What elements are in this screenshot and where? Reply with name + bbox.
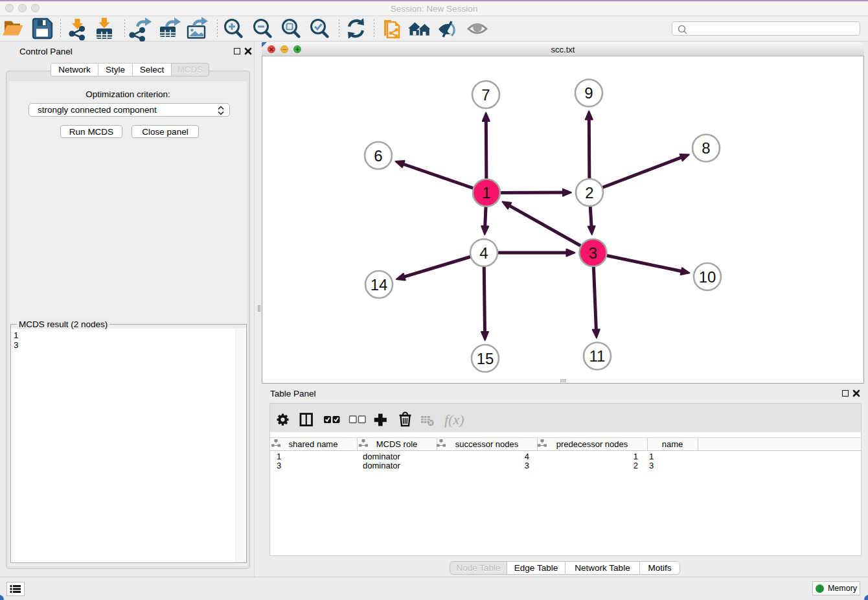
svg-text:4: 4: [479, 244, 488, 262]
svg-text:1: 1: [482, 184, 490, 202]
svg-text:8: 8: [702, 139, 710, 157]
svg-text:10: 10: [699, 268, 716, 286]
svg-text:7: 7: [481, 86, 490, 104]
svg-text:6: 6: [374, 147, 382, 165]
svg-text:2: 2: [585, 184, 593, 202]
svg-text:14: 14: [371, 276, 388, 294]
svg-text:15: 15: [477, 350, 494, 367]
svg-text:f(x): f(x): [444, 411, 464, 428]
svg-text:11: 11: [589, 347, 606, 365]
svg-text:3: 3: [589, 244, 597, 262]
svg-text:9: 9: [584, 84, 593, 102]
